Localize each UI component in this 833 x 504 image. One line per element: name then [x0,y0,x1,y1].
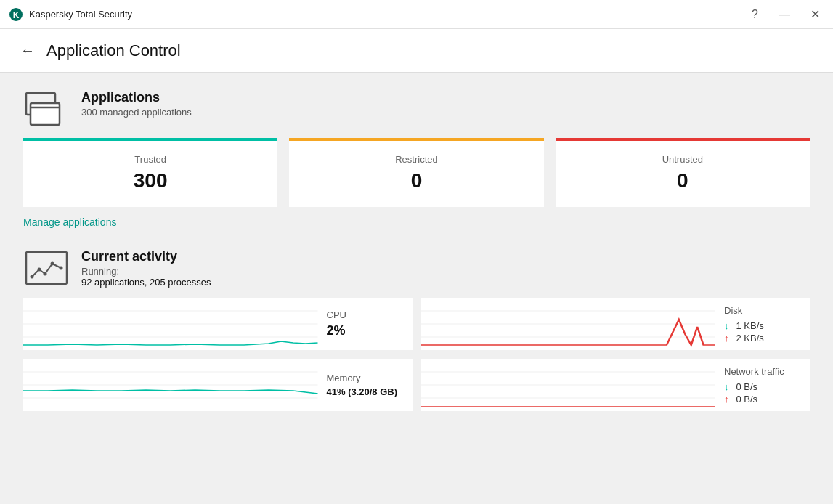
memory-label: Memory [327,373,404,383]
network-down-icon: ↓ [724,381,729,392]
svg-point-8 [44,272,47,276]
minimize-button[interactable]: — [774,7,795,22]
untrusted-value: 0 [567,169,798,192]
activity-title: Current activity [81,249,211,264]
network-chart-area [421,359,716,411]
disk-chart-svg [421,298,716,350]
disk-down-icon: ↓ [724,320,729,331]
network-up-value: 0 B/s [736,394,758,405]
applications-title: Applications [81,90,192,105]
cpu-chart-svg [23,298,318,350]
network-up-icon: ↑ [724,394,729,405]
disk-chart-area [421,298,716,350]
svg-point-6 [31,275,34,279]
stats-cards: Trusted 300 Restricted 0 Untrusted 0 [23,138,810,207]
close-button[interactable]: ✕ [806,7,824,22]
disk-up-row: ↑ 2 KB/s [724,333,801,344]
trusted-label: Trusted [35,154,266,165]
current-activity-section: Current activity Running: 92 application… [23,249,810,411]
cpu-chart-card: CPU 2% [23,298,413,350]
svg-point-9 [51,262,54,266]
network-up-row: ↑ 0 B/s [724,394,801,405]
network-down-value: 0 B/s [736,381,758,392]
memory-value: 41% (3.20/8 GB) [327,386,404,397]
untrusted-card[interactable]: Untrusted 0 [556,138,810,207]
main-content: Applications 300 managed applications Tr… [0,73,833,504]
applications-subtitle: 300 managed applications [81,107,192,118]
memory-info: Memory 41% (3.20/8 GB) [318,359,413,411]
disk-info: Disk ↓ 1 KB/s ↑ 2 KB/s [715,298,810,350]
title-bar: K Kaspersky Total Security ? — ✕ [0,0,833,29]
trusted-card[interactable]: Trusted 300 [23,138,277,207]
disk-up-icon: ↑ [724,333,729,344]
help-button[interactable]: ? [747,7,763,22]
applications-icon [23,90,70,128]
applications-info: Applications 300 managed applications [81,90,192,118]
window-controls: ? — ✕ [747,7,824,22]
svg-text:K: K [13,10,20,20]
disk-up-value: 2 KB/s [736,333,764,344]
back-button[interactable]: ← [17,41,38,60]
running-value: 92 applications, 205 processes [81,277,211,288]
activity-header: Current activity Running: 92 application… [23,249,810,288]
charts-grid: CPU 2% Disk [23,298,810,411]
restricted-card[interactable]: Restricted 0 [289,138,543,207]
memory-chart-area [23,359,318,411]
memory-chart-svg [23,359,318,411]
disk-down-value: 1 KB/s [736,320,764,331]
network-chart-card: Network traffic ↓ 0 B/s ↑ 0 B/s [421,359,810,411]
memory-chart-card: Memory 41% (3.20/8 GB) [23,359,413,411]
svg-point-7 [38,268,41,272]
disk-down-row: ↓ 1 KB/s [724,320,801,331]
svg-point-10 [60,267,63,270]
svg-rect-3 [31,103,60,125]
untrusted-label: Untrusted [567,154,798,165]
applications-section: Applications 300 managed applications Tr… [23,90,810,229]
running-label: Running: [81,266,119,277]
cpu-chart-area [23,298,318,350]
network-label: Network traffic [724,366,801,377]
page-header: ← Application Control [0,29,833,73]
cpu-label: CPU [327,309,404,320]
activity-running: Running: [81,266,211,277]
activity-running-value: 92 applications, 205 processes [81,277,211,288]
disk-chart-card: Disk ↓ 1 KB/s ↑ 2 KB/s [421,298,810,350]
applications-header: Applications 300 managed applications [23,90,810,128]
restricted-value: 0 [301,169,532,192]
network-info: Network traffic ↓ 0 B/s ↑ 0 B/s [715,359,810,411]
activity-icon [23,249,70,287]
manage-applications-link[interactable]: Manage applications [23,216,116,228]
network-down-row: ↓ 0 B/s [724,381,801,392]
activity-info: Current activity Running: 92 application… [81,249,211,288]
app-logo-icon: K [9,7,23,22]
cpu-info: CPU 2% [318,298,413,350]
page-title: Application Control [46,41,181,60]
app-title: Kaspersky Total Security [29,9,747,20]
disk-label: Disk [724,305,801,316]
trusted-value: 300 [35,169,266,192]
network-chart-svg [421,359,716,411]
restricted-label: Restricted [301,154,532,165]
cpu-value: 2% [327,323,404,338]
